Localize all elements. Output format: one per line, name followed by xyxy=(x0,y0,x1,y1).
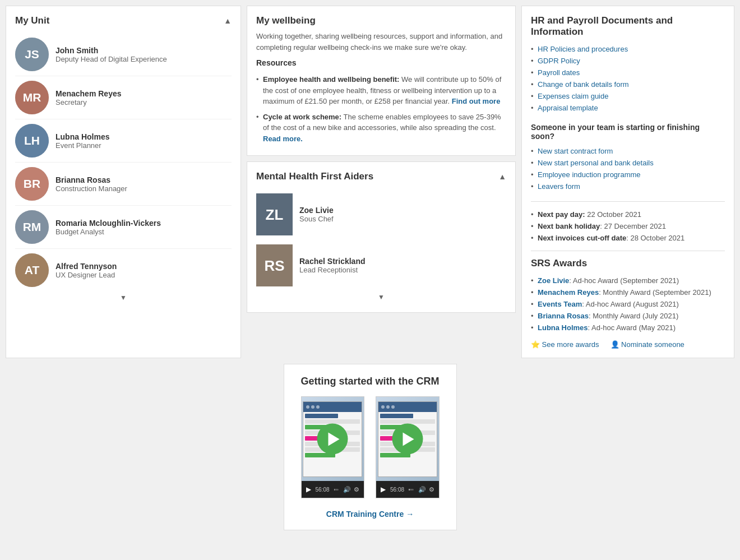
resource-list: Employee health and wellbeing benefit: W… xyxy=(256,72,506,146)
member-name-brianna-rosas: Brianna Rosas xyxy=(55,175,127,184)
hr-doc-link-5[interactable]: Appraisal template xyxy=(538,104,598,112)
hr-doc-5: Appraisal template xyxy=(531,102,725,114)
progress-bar-0[interactable] xyxy=(334,489,339,490)
svg-text:JS: JS xyxy=(25,48,39,61)
see-more-awards-link[interactable]: ⭐ See more awards xyxy=(531,340,599,349)
payroll-item-1: Next bank holiday: 27 December 2021 xyxy=(531,220,725,232)
avatar-lubna-holmes: LH xyxy=(15,124,49,158)
play-button-0[interactable]: ▶ xyxy=(306,485,311,493)
play-circle-1[interactable] xyxy=(392,424,423,455)
hr-doc-0: HR Policies and procedures xyxy=(531,43,725,55)
volume-icon[interactable]: 🔊 xyxy=(343,486,351,493)
my-unit-collapse-button[interactable]: ▲ xyxy=(224,16,232,25)
srs-bold-1: Menachem Reyes xyxy=(538,288,599,297)
hr-doc-link-4[interactable]: Expenses claim guide xyxy=(538,92,608,100)
hr-start-link-2[interactable]: Employee induction programme xyxy=(538,170,641,179)
hr-panel: HR and Payroll Documents and Information… xyxy=(521,6,734,358)
mock-header-0 xyxy=(303,402,362,412)
hr-start-link-3[interactable]: Leavers form xyxy=(538,182,580,191)
unit-members-list: JS John Smith Deputy Head of Digital Exp… xyxy=(15,33,232,291)
srs-actions: ⭐ See more awards 👤 Nominate someone xyxy=(531,340,725,349)
mock-row xyxy=(380,419,435,424)
resource-bold-1: Cycle at work scheme: xyxy=(263,113,341,121)
member-role-alfred-tennyson: UX Designer Lead xyxy=(55,271,117,279)
mock-header-1 xyxy=(378,402,437,412)
payroll-text-0: 22 October 2021 xyxy=(585,210,641,219)
mh-info-rachel-strickland: Rachel Strickland Lead Receptionist xyxy=(299,257,366,274)
payroll-list: Next pay day: 22 October 2021Next bank h… xyxy=(531,209,725,244)
hr-starting-finishing-title: Someone in your team is starting or fini… xyxy=(531,123,725,141)
mental-health-title: Mental Health First Aiders xyxy=(256,171,373,182)
video-screenshot-0 xyxy=(302,397,364,481)
avatar-alfred-tennyson: AT xyxy=(15,253,49,287)
crm-section: Getting started with the CRM xyxy=(284,364,457,530)
srs-item-0: Zoe Livie: Ad-hoc Award (September 2021) xyxy=(531,275,725,286)
crm-videos: ▶ 56:08 🔊 ⚙ xyxy=(301,396,440,498)
mental-health-scroll-down[interactable]: ▼ xyxy=(256,291,506,303)
svg-text:LH: LH xyxy=(24,134,40,147)
play-button-1[interactable]: ▶ xyxy=(381,485,386,493)
hr-doc-2: Payroll dates xyxy=(531,67,725,78)
avatar-menachem-reyes: MR xyxy=(15,81,49,114)
hr-doc-link-0[interactable]: HR Policies and procedures xyxy=(538,45,628,53)
svg-text:RM: RM xyxy=(23,220,41,233)
member-role-romaria-mcloughlin-vickers: Budget Analyst xyxy=(55,228,161,236)
srs-list: Zoe Livie: Ad-hoc Award (September 2021)… xyxy=(531,275,725,334)
member-role-john-smith: Deputy Head of Digital Experience xyxy=(55,55,167,63)
my-unit-title: My Unit xyxy=(15,15,49,26)
crm-title: Getting started with the CRM xyxy=(301,376,440,387)
mh-avatar-rachel-strickland: RS xyxy=(256,244,293,286)
settings-icon[interactable]: ⚙ xyxy=(429,486,434,493)
crm-link-row: CRM Training Centre → xyxy=(301,505,440,519)
play-triangle-0 xyxy=(328,432,339,446)
progress-bar-1[interactable] xyxy=(409,489,413,490)
mock-dot xyxy=(386,405,390,409)
hr-doc-link-2[interactable]: Payroll dates xyxy=(538,68,580,77)
wellbeing-title: My wellbeing xyxy=(256,15,506,26)
member-info-menachem-reyes: Menachem Reyes Secretary xyxy=(55,89,122,107)
member-role-menachem-reyes: Secretary xyxy=(55,98,122,107)
member-info-romaria-mcloughlin-vickers: Romaria Mcloughlin-Vickers Budget Analys… xyxy=(55,219,161,236)
crm-training-link[interactable]: CRM Training Centre → xyxy=(326,510,414,519)
hr-start-link-0[interactable]: New start contract form xyxy=(538,147,613,155)
member-name-john-smith: John Smith xyxy=(55,46,167,55)
video-icons-1: 🔊 ⚙ xyxy=(418,486,434,493)
settings-icon[interactable]: ⚙ xyxy=(354,486,359,493)
resource-item-1: Cycle at work scheme: The scheme enables… xyxy=(256,109,506,147)
mock-dot xyxy=(311,405,314,409)
member-info-lubna-holmes: Lubna Holmes Event Planner xyxy=(55,132,109,150)
wellbeing-intro: Working together, sharing wellbeing reso… xyxy=(256,31,506,53)
mh-name-zoe-livie: Zoe Livie xyxy=(299,206,334,215)
mh-name-rachel-strickland: Rachel Strickland xyxy=(299,257,366,266)
hr-start-link-1[interactable]: New start personal and bank details xyxy=(538,159,654,167)
resource-link-1[interactable]: Read more. xyxy=(263,135,303,143)
payroll-bold-2: Next invoices cut-off date xyxy=(538,234,626,242)
wellbeing-panel: My wellbeing Working together, sharing w… xyxy=(247,6,516,156)
play-circle-0[interactable] xyxy=(317,424,348,455)
progress-fill-0 xyxy=(334,489,335,490)
srs-title: SRS Awards xyxy=(531,258,725,269)
volume-icon[interactable]: 🔊 xyxy=(418,486,426,493)
crm-video-1[interactable]: ▶ 56:08 🔊 ⚙ xyxy=(301,396,365,498)
srs-bold-0: Zoe Livie xyxy=(538,276,569,285)
video-screenshot-1 xyxy=(376,397,439,481)
hr-divider xyxy=(531,201,725,202)
payroll-text-2: : 28 October 2021 xyxy=(626,234,684,242)
payroll-text-1: : 27 December 2021 xyxy=(600,222,666,230)
mock-row xyxy=(305,414,338,418)
hr-doc-link-3[interactable]: Change of bank details form xyxy=(538,80,629,89)
my-unit-scroll-down[interactable]: ▼ xyxy=(15,291,232,304)
srs-item-3: Brianna Rosas: Monthly Award (July 2021) xyxy=(531,310,725,322)
mh-member-zoe-livie: ZL Zoe Livie Sous Chef xyxy=(256,189,506,240)
mh-avatar-zoe-livie: ZL xyxy=(256,193,293,235)
hr-doc-link-1[interactable]: GDPR Policy xyxy=(538,57,580,65)
mh-role-rachel-strickland: Lead Receptionist xyxy=(299,266,366,274)
mental-health-collapse-button[interactable]: ▲ xyxy=(498,172,506,181)
crm-video-2[interactable]: ▶ 56:08 🔊 ⚙ xyxy=(376,396,440,498)
srs-text-2: : Ad-hoc Award (August 2021) xyxy=(582,300,678,308)
resource-link-0[interactable]: Find out more xyxy=(452,97,501,105)
avatar-john-smith: JS xyxy=(15,38,49,71)
nominate-someone-link[interactable]: 👤 Nominate someone xyxy=(610,340,684,349)
mental-health-panel: Mental Health First Aiders ▲ ZL Zoe Livi… xyxy=(247,161,516,313)
mh-info-zoe-livie: Zoe Livie Sous Chef xyxy=(299,206,334,223)
